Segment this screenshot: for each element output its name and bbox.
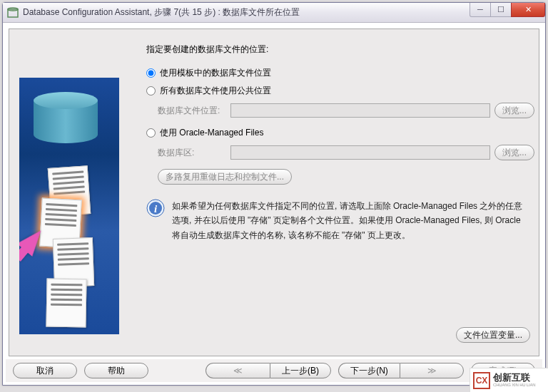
db-file-location-label: 数据库文件位置: — [158, 105, 226, 117]
close-button[interactable]: ✕ — [511, 3, 545, 17]
info-row: i 如果希望为任何数据库文件指定不同的位置, 请选取上面除 Oracle-Man… — [146, 199, 530, 242]
option-common-location[interactable]: 所有数据库文件使用公共位置 — [146, 85, 534, 97]
browse-button: 浏览... — [494, 145, 534, 160]
step-button-group: ≪ 上一步(B) — [206, 363, 331, 378]
back-button[interactable]: 上一步(B) — [270, 363, 331, 378]
option-use-template-location[interactable]: 使用模板中的数据库文件位置 — [146, 67, 534, 79]
page-icon — [46, 279, 86, 328]
omf-row: 数据库区: 浏览... — [158, 145, 534, 160]
instruction-label: 指定要创建的数据库文件的位置: — [146, 43, 534, 56]
database-icon — [34, 92, 98, 149]
watermark-logo-icon: CX — [473, 372, 490, 389]
client-area: 指定要创建的数据库文件的位置: 使用模板中的数据库文件位置 所有数据库文件使用公… — [6, 26, 542, 382]
cancel-button[interactable]: 取消 — [13, 363, 77, 378]
wizard-illustration — [19, 78, 119, 334]
watermark-subtext: CHUANG XIN HU LIAN — [493, 383, 535, 388]
option-label: 使用模板中的数据库文件位置 — [160, 67, 271, 79]
db-file-location-input — [230, 103, 490, 118]
multiplex-button: 多路复用重做日志和控制文件... — [158, 169, 292, 185]
button-bar: 取消 帮助 ≪ 上一步(B) 下一步(N) ≫ 完成(E) — [6, 359, 542, 382]
form-area: 指定要创建的数据库文件的位置: 使用模板中的数据库文件位置 所有数据库文件使用公… — [142, 43, 534, 349]
common-location-row: 数据库文件位置: 浏览... — [158, 103, 534, 118]
radio-common-location[interactable] — [146, 86, 156, 96]
option-label: 使用 Oracle-Managed Files — [160, 127, 263, 139]
radio-omf[interactable] — [146, 128, 156, 138]
maximize-button[interactable]: ☐ — [490, 3, 512, 17]
info-text: 如果希望为任何数据库文件指定不同的位置, 请选取上面除 Oracle-Manag… — [172, 199, 530, 242]
option-omf[interactable]: 使用 Oracle-Managed Files — [146, 127, 534, 139]
browse-button: 浏览... — [494, 103, 534, 118]
step-button-group: 下一步(N) ≫ — [338, 363, 464, 378]
db-area-label: 数据库区: — [158, 147, 226, 159]
app-icon — [7, 7, 19, 19]
db-area-input — [230, 145, 490, 160]
minimize-button[interactable]: ─ — [470, 3, 491, 17]
window-title: Database Configuration Assistant, 步骤 7(共… — [23, 6, 300, 19]
window-controls: ─ ☐ ✕ — [470, 3, 545, 17]
next-button[interactable]: 下一步(N) — [338, 363, 400, 378]
watermark-text: 创新互联 — [493, 373, 535, 383]
watermark: CX 创新互联 CHUANG XIN HU LIAN — [470, 368, 548, 392]
info-icon: i — [146, 199, 165, 217]
last-step-button[interactable]: ≫ — [400, 363, 464, 378]
content-panel: 指定要创建的数据库文件的位置: 使用模板中的数据库文件位置 所有数据库文件使用公… — [9, 29, 539, 356]
dialog-window: Database Configuration Assistant, 步骤 7(共… — [2, 2, 546, 386]
first-step-button[interactable]: ≪ — [206, 363, 270, 378]
help-button[interactable]: 帮助 — [84, 363, 148, 378]
file-location-variables-button[interactable]: 文件位置变量... — [456, 327, 530, 343]
radio-use-template[interactable] — [146, 68, 156, 78]
option-label: 所有数据库文件使用公共位置 — [160, 85, 271, 97]
titlebar: Database Configuration Assistant, 步骤 7(共… — [3, 3, 545, 23]
